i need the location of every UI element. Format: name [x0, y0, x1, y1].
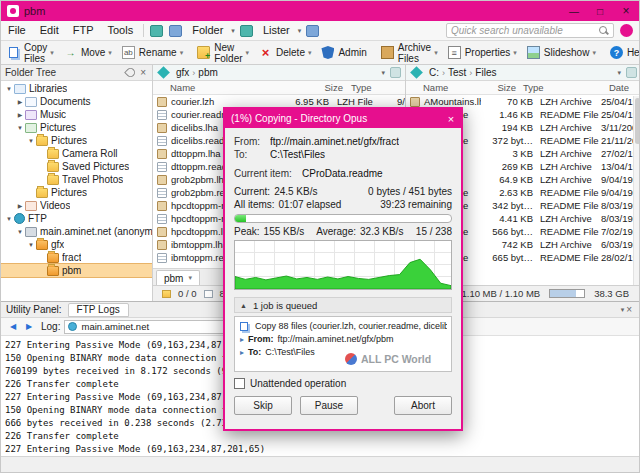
abort-button[interactable]: Abort	[394, 396, 452, 415]
tree-item-saved-pictures[interactable]: Saved Pictures	[1, 160, 152, 173]
items-progress: 15 / 238	[416, 226, 452, 237]
close-icon[interactable]: ×	[140, 67, 146, 78]
menu-file[interactable]: File	[1, 21, 33, 40]
column-header-date[interactable]: Date	[584, 82, 640, 93]
column-header-name[interactable]: Name	[153, 82, 287, 93]
site-icon	[25, 227, 37, 237]
lister-tools-icon[interactable]	[306, 25, 319, 37]
unattended-label: Unattended operation	[250, 378, 346, 389]
archive-files-button[interactable]: Archive Files▾	[376, 42, 443, 63]
dialog-close-button[interactable]: ×	[441, 113, 461, 125]
new-folder-button[interactable]: New Folder▾	[192, 42, 254, 63]
tree-item-ftp[interactable]: ▼FTP	[1, 212, 152, 225]
queued-job[interactable]: Copy 88 files (courier.lzh, courier.read…	[239, 320, 447, 333]
close-icon[interactable]: ×	[626, 304, 632, 315]
breadcrumb-segment[interactable]: Test	[445, 67, 469, 78]
menu-tools[interactable]: Tools	[100, 21, 140, 40]
folder-tools-icon[interactable]	[240, 25, 253, 37]
unattended-checkbox[interactable]	[234, 378, 245, 389]
dialog-body: From: ftp://main.aminet.net/gfx/fract To…	[225, 128, 461, 429]
breadcrumb-segment[interactable]: gfx	[173, 67, 192, 78]
tree-item-pictures[interactable]: ▼Pictures	[1, 121, 152, 134]
button-label: Slideshow	[544, 47, 590, 58]
pause-button[interactable]: Pause	[300, 396, 358, 415]
location-icon	[410, 66, 423, 79]
destination-path-bar[interactable]: C:›Test›Files ▾	[406, 65, 640, 81]
menu-edit[interactable]: Edit	[33, 21, 66, 40]
search-box[interactable]	[446, 23, 614, 38]
column-header-name[interactable]: Name	[406, 82, 464, 93]
search-input[interactable]	[447, 25, 599, 36]
delete-button[interactable]: ×Delete▾	[254, 42, 316, 63]
expand-icon[interactable]: ▶	[15, 111, 25, 118]
move-button[interactable]: →Move▾	[59, 42, 117, 63]
view-mode-icon[interactable]	[150, 25, 163, 37]
breadcrumb-segment[interactable]: C:	[426, 67, 442, 78]
all-items: All items: 01:07 elapsed	[234, 199, 341, 210]
close-button[interactable]: ×	[613, 1, 639, 21]
copy-files-button[interactable]: Copy Files▾	[4, 42, 59, 63]
vertical-scrollbar[interactable]	[633, 96, 640, 285]
breadcrumb-segment[interactable]: pbm	[195, 67, 220, 78]
column-header-type[interactable]: Type	[516, 82, 584, 93]
tree-item-videos[interactable]: ▶Videos	[1, 199, 152, 212]
folder-options-icon[interactable]	[390, 67, 401, 78]
tree-item-libraries[interactable]: ▼Libraries	[1, 82, 152, 95]
properties-button[interactable]: ≡Properties▾	[443, 42, 522, 63]
help-button[interactable]: ?Help▾	[605, 42, 640, 63]
pin-icon[interactable]	[124, 66, 137, 79]
admin-button[interactable]: Admin	[316, 42, 371, 63]
readme-file-icon	[157, 110, 167, 120]
chevron-down-icon[interactable]: ▾	[621, 306, 625, 314]
menu-bar: FileEditFTPTools Folder ▾ Lister ▾	[1, 21, 639, 41]
tree-item-travel-photos[interactable]: Travel Photos	[1, 173, 152, 186]
menu-folder[interactable]: Folder	[185, 21, 230, 40]
menu-lister[interactable]: Lister	[256, 21, 297, 40]
breadcrumb-segment[interactable]: Files	[472, 67, 499, 78]
chevron-down-icon[interactable]: ▾	[617, 69, 621, 77]
nav-back-button[interactable]: ◀	[5, 320, 21, 334]
tree-item-pictures[interactable]: Pictures	[1, 186, 152, 199]
tree-item-music[interactable]: ▶Music	[1, 108, 152, 121]
queue-header[interactable]: ▲ 1 job is queued	[234, 297, 452, 313]
expand-icon[interactable]: ▶	[15, 202, 25, 209]
nav-forward-button[interactable]: ▶	[21, 320, 37, 334]
folder-icon	[36, 188, 48, 198]
collapse-icon[interactable]: ▼	[15, 229, 25, 235]
folder-options-icon[interactable]	[626, 67, 637, 78]
column-header-type[interactable]: Type	[343, 82, 405, 93]
collapse-icon[interactable]: ▼	[4, 216, 14, 222]
source-path-bar[interactable]: gfx›pbm ▾	[153, 65, 405, 81]
collapse-icon[interactable]: ▼	[15, 125, 25, 131]
opus-logo-icon[interactable]	[620, 24, 633, 37]
rename-button[interactable]: abRename▾	[117, 42, 188, 63]
tree-item-fract[interactable]: fract	[1, 251, 152, 264]
button-label: Properties	[465, 47, 511, 58]
chevron-down-icon[interactable]: ▾	[381, 69, 385, 77]
current-speed: Current: 24.5 KB/s	[234, 186, 317, 197]
tree-item-documents[interactable]: ▶Documents	[1, 95, 152, 108]
collapse-icon[interactable]: ▼	[4, 86, 14, 92]
log-source-select[interactable]: main.aminet.net ▾	[64, 320, 234, 334]
expand-icon[interactable]: ▶	[15, 98, 25, 105]
scrollbar-thumb[interactable]	[635, 98, 640, 144]
column-header-size[interactable]: Size	[287, 82, 343, 93]
tree-item-pictures[interactable]: ▼Pictures	[1, 134, 152, 147]
collapse-icon[interactable]: ▼	[26, 242, 36, 248]
tab-ftp-logs[interactable]: FTP Logs	[68, 303, 129, 317]
collapse-icon[interactable]: ▼	[26, 138, 36, 144]
column-header-size[interactable]: Size	[464, 82, 516, 93]
tree-item-main-aminet-net-anonymous[interactable]: ▼main.aminet.net (anonymous)	[1, 225, 152, 238]
collapse-icon[interactable]: ▲	[240, 302, 247, 309]
minimize-button[interactable]: —	[561, 1, 587, 21]
tree-item-pbm[interactable]: pbm	[1, 264, 152, 277]
tree-item-camera-roll[interactable]: Camera Roll	[1, 147, 152, 160]
menu-ftp[interactable]: FTP	[66, 21, 101, 40]
button-label: Move	[81, 47, 105, 58]
skip-button[interactable]: Skip	[234, 396, 292, 415]
tree-item-gfx[interactable]: ▼gfx	[1, 238, 152, 251]
maximize-button[interactable]: □	[587, 1, 613, 21]
slideshow-button[interactable]: Slideshow▾	[522, 42, 601, 63]
layout-icon[interactable]	[169, 25, 182, 37]
tab-pbm[interactable]: pbm ▾	[156, 270, 200, 285]
